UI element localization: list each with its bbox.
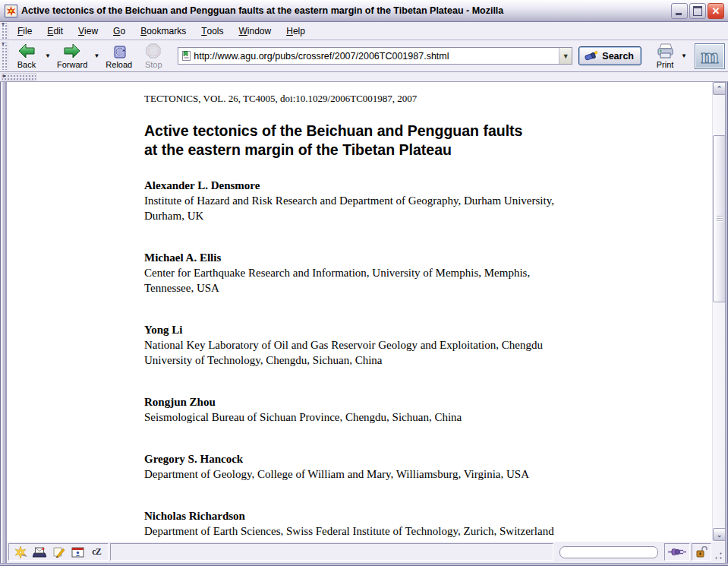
mail-icon[interactable]	[33, 546, 46, 558]
stop-icon	[145, 43, 162, 59]
menu-go[interactable]: Go	[106, 22, 133, 40]
window-title: Active tectonics of the Beichuan and Pen…	[21, 5, 671, 16]
menu-window-rest: indow	[247, 26, 271, 36]
stop-label: Stop	[145, 60, 162, 69]
status-message	[110, 543, 553, 561]
close-button[interactable]: ✕	[708, 3, 724, 19]
back-button[interactable]: Back	[10, 41, 43, 71]
article: TECTONICS, VOL. 26, TC4005, doi:10.1029/…	[144, 93, 695, 541]
unlock-icon	[695, 546, 708, 558]
main-column: TECTONICS, VOL. 26, TC4005, doi:10.1029/…	[7, 82, 725, 563]
forward-button[interactable]: Forward	[52, 41, 92, 71]
menu-help-key: H	[286, 26, 293, 36]
window-border-bottom	[0, 563, 728, 566]
scrollbar-thumb-grip	[717, 216, 723, 222]
author-name: Rongjun Zhou	[144, 394, 695, 409]
menu-file[interactable]: File	[10, 22, 39, 40]
progress-meter	[559, 546, 658, 558]
resize-grip[interactable]	[713, 543, 723, 561]
author-name: Nicholas Richardson	[144, 508, 695, 523]
svg-text:m: m	[701, 46, 718, 67]
search-button[interactable]: Search	[578, 46, 641, 65]
menu-view-rest: iew	[84, 26, 98, 36]
author-name: Alexander L. Densmore	[144, 178, 695, 193]
forward-label: Forward	[57, 60, 87, 69]
menu-bookmarks-key: B	[140, 26, 147, 36]
author-affiliation: Seismological Bureau of Sichuan Province…	[144, 409, 695, 425]
menu-view[interactable]: View	[71, 22, 106, 40]
menu-help[interactable]: Help	[279, 22, 313, 40]
author-name: Michael A. Ellis	[144, 250, 695, 265]
security-panel[interactable]	[692, 543, 711, 561]
print-dropdown[interactable]: ▼	[679, 41, 689, 71]
menu-view-key: V	[78, 26, 84, 36]
reload-icon	[110, 43, 128, 59]
page-content: TECTONICS, VOL. 26, TC4005, doi:10.1029/…	[7, 82, 725, 541]
component-bar: cZ	[8, 543, 109, 561]
back-arrow-icon	[17, 43, 36, 59]
chatzilla-icon[interactable]: cZ	[90, 546, 103, 558]
forward-dropdown[interactable]: ▼	[92, 41, 101, 71]
reload-button[interactable]: Reload	[101, 41, 137, 71]
page-bookmark-icon	[181, 50, 192, 62]
author-block: Michael A. Ellis Center for Earthquake R…	[144, 250, 695, 296]
author-affiliation: Institute of Hazard and Risk Research an…	[144, 193, 695, 223]
author-affiliation: Department of Earth Sciences, Swiss Fede…	[144, 523, 695, 539]
navigation-toolbar: Back ▼ Forward ▼ Reload	[0, 40, 728, 72]
author-affiliation: National Key Laboratory of Oil and Gas R…	[144, 337, 695, 368]
minimize-button[interactable]	[671, 3, 688, 19]
flashlight-icon	[584, 50, 599, 62]
url-bar: ▼	[178, 47, 572, 65]
author-block: Gregory S. Hancock Department of Geology…	[144, 451, 695, 482]
menu-bookmarks-rest: ookmarks	[147, 26, 186, 36]
author-affiliation: Center for Earthquake Research and Infor…	[144, 265, 695, 296]
title-bar[interactable]: Active tectonics of the Beichuan and Pen…	[0, 0, 728, 22]
toolbar-grippy[interactable]	[1, 43, 8, 70]
addressbook-icon[interactable]	[71, 546, 84, 558]
status-bar: cZ	[7, 541, 725, 563]
menubar-grippy[interactable]	[1, 23, 8, 39]
author-block: Alexander L. Densmore Institute of Hazar…	[144, 178, 695, 223]
vertical-scrollbar[interactable]: ⌃ ⌄	[712, 82, 725, 541]
menu-edit[interactable]: Edit	[39, 22, 71, 40]
sidebar-grippy[interactable]	[2, 73, 36, 81]
menu-window-key: W	[239, 26, 247, 36]
navigator-icon[interactable]	[14, 546, 27, 558]
search-label: Search	[602, 51, 634, 62]
menu-bookmarks[interactable]: Bookmarks	[133, 22, 194, 40]
window-border-left	[0, 82, 7, 563]
window-border-right	[725, 82, 728, 563]
url-input[interactable]	[192, 51, 559, 62]
menu-go-key: G	[113, 26, 120, 36]
progress-area	[555, 543, 663, 561]
scroll-up-button[interactable]: ⌃	[713, 82, 725, 95]
author-block: Nicholas Richardson Department of Earth …	[144, 508, 695, 539]
scroll-down-button[interactable]: ⌄	[713, 528, 725, 541]
menu-file-key: F	[17, 26, 23, 36]
forward-arrow-icon	[62, 43, 82, 59]
scrollbar-thumb[interactable]	[713, 135, 725, 302]
menu-edit-key: E	[47, 26, 53, 36]
back-label: Back	[17, 60, 36, 69]
mozilla-logo[interactable]: m	[695, 43, 725, 69]
menu-help-rest: elp	[293, 26, 305, 36]
resize-grip-dots	[715, 552, 722, 559]
menu-window[interactable]: Window	[232, 22, 279, 40]
mozilla-m-icon: m	[697, 46, 723, 67]
back-dropdown[interactable]: ▼	[43, 41, 52, 71]
print-button[interactable]: Print	[651, 41, 679, 71]
composer-icon[interactable]	[52, 546, 65, 558]
url-dropdown[interactable]: ▼	[559, 48, 572, 64]
author-name: Gregory S. Hancock	[144, 451, 695, 466]
plug-icon	[668, 547, 686, 557]
browser-window: Active tectonics of the Beichuan and Pen…	[0, 0, 728, 566]
maximize-button[interactable]	[689, 3, 706, 19]
menu-tools[interactable]: Tools	[194, 22, 231, 40]
stop-button[interactable]: Stop	[137, 41, 170, 71]
online-status-panel[interactable]	[664, 543, 690, 561]
frame-body: TECTONICS, VOL. 26, TC4005, doi:10.1029/…	[0, 82, 728, 563]
mozilla-app-icon	[5, 5, 17, 17]
author-block: Yong Li National Key Laboratory of Oil a…	[144, 322, 695, 368]
author-affiliation: Department of Geology, College of Willia…	[144, 466, 695, 482]
journal-citation: TECTONICS, VOL. 26, TC4005, doi:10.1029/…	[144, 93, 695, 105]
